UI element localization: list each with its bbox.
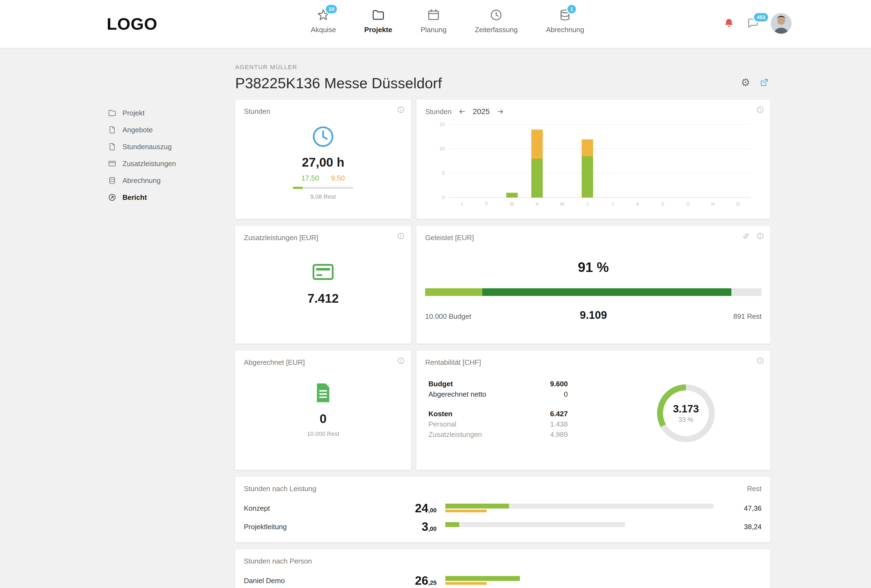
hours-total: 27,00 h [302, 155, 344, 170]
nav-item-label: Planung [421, 25, 446, 34]
top-navbar: LOGO 10AkquiseProjektePlanungZeiterfassu… [0, 0, 871, 48]
chart-bar-slot [625, 125, 650, 197]
nav-item-abrechnung[interactable]: 1Abrechnung [546, 8, 584, 34]
file-icon [108, 142, 117, 151]
chart-year: 2025 [473, 107, 490, 116]
credit-card-icon [311, 259, 335, 284]
file-icon [108, 126, 117, 134]
notifications-bell-icon[interactable] [723, 17, 735, 29]
geleistet-value: 9.109 [580, 309, 607, 321]
folder-icon [371, 8, 385, 22]
abgerechnet-value: 0 [320, 411, 326, 426]
geleistet-progressbar [425, 288, 762, 296]
chart-month-label: M [500, 202, 524, 207]
nav-item-label: Abrechnung [546, 25, 584, 34]
nav-item-zeiterfassung[interactable]: Zeiterfassung [475, 8, 518, 34]
row-label: Daniel Demo [244, 576, 401, 585]
chart-month-label: J [600, 202, 625, 207]
chart-bar-slot [474, 125, 499, 197]
sidebar-item-label: Angebote [123, 126, 153, 134]
folder-icon [108, 109, 117, 117]
next-year-button[interactable] [496, 108, 504, 116]
hours-row-daniel-demo: Daniel Demo26,25 [244, 572, 762, 588]
chart-month-label: N [700, 202, 725, 207]
invoice-document-icon [311, 381, 335, 405]
renta-row-abgerechnet-netto: Abgerechnet netto0 [428, 390, 568, 401]
chart-month-label: J [449, 202, 474, 207]
nav-item-label: Zeiterfassung [475, 25, 518, 34]
hours-progressbar [293, 187, 353, 189]
card-stunden-chart: Stunden 2025 051015 JFMAMJJASOND [416, 100, 770, 219]
chart-month-label: A [625, 202, 650, 207]
person-rows: Daniel Demo26,250 [244, 572, 762, 588]
sidebar-item-projekt[interactable]: Projekt [108, 105, 227, 121]
card-icon [108, 159, 117, 168]
sidebar-item-stundenauszug[interactable]: Stundenauszug [108, 138, 227, 155]
sidebar-item-bericht[interactable]: Bericht [108, 189, 227, 206]
clock-icon [311, 124, 335, 149]
sidebar-item-label: Zusatzleistungen [123, 160, 176, 168]
row-bars [445, 504, 722, 513]
renta-label: Zusatzleistungen [428, 430, 482, 441]
page-title: P38225K136 Messe Düsseldorf [235, 75, 770, 91]
info-icon[interactable] [756, 357, 764, 365]
app-root: LOGO 10AkquiseProjektePlanungZeiterfassu… [0, 0, 871, 588]
nav-item-planung[interactable]: Planung [421, 8, 446, 34]
bar-segment-geleistet-green [506, 193, 518, 197]
chart-ytick-label: 10 [434, 146, 445, 152]
nav-item-projekte[interactable]: Projekte [364, 8, 392, 34]
chart-bars [449, 125, 751, 197]
nav-badge: 1 [566, 4, 577, 14]
rentabilitaet-donut-chart: 3.173 33 % [657, 385, 715, 442]
row-bar-green [445, 504, 509, 509]
card-geleistet: Geleistet [EUR] 91 % 10.000 Budget 9.109… [416, 226, 770, 344]
row-bars [445, 576, 722, 585]
app-logo[interactable]: LOGO [107, 14, 157, 33]
geleistet-bar-light [425, 288, 482, 296]
sidebar-item-angebote[interactable]: Angebote [108, 121, 227, 138]
sidebar-item-zusatzleistungen[interactable]: Zusatzleistungen [108, 155, 227, 172]
calendar-icon [427, 8, 440, 22]
row-hours: 26,25 [401, 574, 437, 588]
renta-row-kosten: Kosten6.427 [428, 410, 568, 420]
nav-item-akquise[interactable]: 10Akquise [311, 8, 336, 34]
card-stunden-nach-person: Stunden nach Person Daniel Demo26,250 [235, 549, 770, 588]
geleistet-percent: 91 % [425, 259, 762, 275]
card-title: Stunden nach Leistung [244, 485, 316, 493]
geleistet-budget-label: 10.000 Budget [425, 312, 580, 321]
chat-icon[interactable]: 453 [746, 17, 759, 30]
donut-value: 3.173 [673, 403, 699, 415]
info-icon[interactable] [397, 106, 405, 114]
nav-right: 453 [723, 13, 792, 34]
chart-month-label: O [675, 202, 700, 207]
info-icon[interactable] [397, 232, 405, 240]
bar-chart-plot: 051015 [449, 125, 751, 197]
renta-label: Personal [428, 420, 456, 430]
info-icon[interactable] [756, 106, 764, 114]
sidebar-item-abrechnung[interactable]: Abrechnung [108, 172, 227, 189]
user-avatar[interactable] [771, 13, 792, 34]
sidebar-item-label: Stundenauszug [123, 143, 172, 151]
link-icon[interactable] [742, 232, 750, 240]
bar-segment-geleistet-green [531, 159, 543, 197]
renta-value: 4.989 [550, 430, 568, 441]
row-hours: 3,00 [401, 520, 437, 534]
prev-year-button[interactable] [458, 108, 466, 116]
card-stunden-nach-leistung: Stunden nach Leistung Rest Konzept24,004… [235, 477, 770, 542]
chart-bar-slot [449, 125, 474, 197]
project-sidebar: ProjektAngeboteStundenauszugZusatzleistu… [108, 105, 227, 206]
chart-ytick-label: 0 [434, 195, 445, 200]
row-bar-green [445, 576, 520, 581]
bar-segment-zusatz-orange [582, 139, 593, 157]
bar-segment-geleistet-green [582, 156, 593, 197]
row-rest: 47,36 [722, 504, 762, 513]
row-bars [445, 522, 722, 531]
leistung-rows: Konzept24,0047,36Projektleitung3,0038,24 [244, 499, 762, 536]
share-icon[interactable] [759, 78, 769, 87]
info-icon[interactable] [397, 357, 405, 365]
rentabilitaet-table: Budget9.600Abgerechnet netto0Kosten6.427… [428, 380, 568, 441]
settings-gear-icon[interactable]: ⚙ [741, 77, 750, 88]
content: AGENTUR MÜLLER P38225K136 Messe Düsseldo… [235, 48, 770, 588]
info-icon[interactable] [756, 232, 764, 240]
chart-bar-slot [650, 125, 675, 197]
